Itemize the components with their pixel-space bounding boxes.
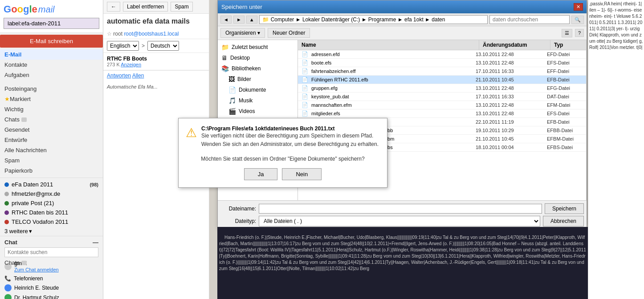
email-address: root@bootshaus1.local	[124, 31, 179, 37]
search-button[interactable]: 🔍	[571, 16, 584, 24]
chats-bubble-icon	[21, 261, 27, 265]
file-type: EFG-Datei	[547, 85, 583, 91]
save-button[interactable]: Speichern	[545, 203, 584, 214]
allen-link[interactable]: Allen	[132, 73, 144, 79]
file-type: EFS-Datei	[547, 60, 583, 65]
organize-button[interactable]: Organisieren ▾	[220, 28, 265, 38]
cancel-button[interactable]: Abbrechen	[543, 216, 584, 226]
nav-desktop[interactable]: 🖥 Desktop	[218, 53, 298, 63]
lang-to-select[interactable]: Deutsch	[147, 41, 179, 51]
file-icon: 📄	[302, 93, 308, 100]
gmail-header: G o o g l e mail	[0, 0, 103, 33]
yes-button[interactable]: Ja	[244, 168, 278, 180]
label-more[interactable]: 3 weitere ▾	[0, 226, 103, 236]
chats-nav-item[interactable]: Chats	[0, 258, 103, 268]
chat-item-phone[interactable]: 📞 Telefonieren	[4, 274, 98, 283]
chat-search-input[interactable]	[4, 247, 98, 257]
folder-trash[interactable]: Papierkorb	[0, 166, 103, 176]
search-input[interactable]	[489, 15, 570, 24]
file-row[interactable]: 📄 adressen.efd 13.10.2011 22:48 EFD-Date…	[298, 50, 586, 59]
file-row[interactable]: 📄 keystore_pub.dat 17.10.2011 16:33 DAT-…	[298, 93, 586, 101]
perm-question: Möchten Sie statt dessen im Ordner "Eige…	[186, 155, 380, 163]
dialog-toolbar: Organisieren ▾ Neuer Ordner ☰ ?	[218, 26, 587, 40]
filename-input[interactable]	[259, 204, 542, 214]
file-name: 📄 fahrtenabzeichen.eff	[302, 68, 476, 74]
nav-recent[interactable]: 📁 Zuletzt besucht	[218, 42, 298, 53]
file-row[interactable]: 📄 gruppen.efg 13.10.2011 22:48 EFG-Datei	[298, 84, 586, 93]
help-button[interactable]: ?	[575, 29, 584, 37]
email-subject: automatic efa data mails	[103, 14, 209, 29]
file-row[interactable]: 📄 mitglieder.efs 13.10.2011 22:48 EFS-Da…	[298, 109, 586, 118]
col-type[interactable]: Typ	[550, 40, 586, 50]
file-type: EFB-Datei	[547, 77, 583, 82]
file-name: 📄 Fühlingen RTHC 2011.efb	[302, 77, 476, 83]
folder-all[interactable]: Alle Nachrichten	[0, 145, 103, 155]
labels-section: eFa Daten 2011 (98) hfmetzler@gmx.de pri…	[0, 178, 103, 236]
folder-drafts[interactable]: Entwürfe	[0, 135, 103, 145]
col-date[interactable]: Änderungsdatum	[479, 40, 550, 50]
label-color-dot	[4, 220, 9, 224]
file-row[interactable]: 📄 mannschaften.efm 13.10.2011 22:48 EFM-…	[298, 101, 586, 109]
label-rthc[interactable]: RTHC Daten bis 2011	[0, 208, 103, 217]
nav-videos[interactable]: 🎬 Videos	[218, 106, 298, 117]
right-panel: ,passiv,RA heim| rthein|- 1| ilen – 1|- …	[588, 0, 644, 299]
folder-important[interactable]: Wichtig	[0, 104, 103, 114]
file-date: 21.10.2011 10:45	[476, 136, 547, 141]
label-telco[interactable]: TELCO Vodafon 2011	[0, 217, 103, 226]
no-button[interactable]: Nein	[282, 168, 322, 180]
file-name: 📄 keystore_pub.dat	[302, 93, 476, 100]
spam-button[interactable]: Spam	[171, 2, 192, 12]
lang-from-select[interactable]: Englisch	[107, 41, 139, 51]
label-remove-button[interactable]: Label entfernen	[123, 2, 168, 12]
filetype-select[interactable]: Alle Dateien ( . )	[259, 216, 540, 226]
sidebar-item-email[interactable]: E-Mail	[0, 49, 103, 60]
chat-contact-heinrich[interactable]: Heinrich E. Steude	[4, 283, 98, 293]
sidebar-item-contacts[interactable]: Kontakte	[0, 60, 103, 70]
dialog-close-button[interactable]: ✕	[574, 3, 583, 11]
nav-up-button[interactable]: ▲	[246, 16, 257, 24]
nav-libraries[interactable]: 📚 Bibliotheken	[218, 63, 298, 74]
chat-collapse-icon[interactable]: —	[93, 239, 98, 246]
phone-icon: 📞	[4, 275, 11, 282]
sidebar-item-tasks[interactable]: Aufgaben	[0, 70, 103, 80]
new-folder-button[interactable]: Neuer Ordner	[268, 28, 310, 38]
email-from: root	[113, 31, 122, 37]
nav-documents[interactable]: 📄 Dokumente	[218, 85, 298, 95]
label-efa[interactable]: eFa Daten 2011 (98)	[0, 180, 103, 189]
col-name[interactable]: Name	[298, 40, 479, 50]
view-options-button[interactable]: ☰	[562, 29, 572, 37]
email-list-item[interactable]: RTHC FB Boots 273 K Anzeigen	[103, 53, 209, 70]
nav-images[interactable]: 🖼 Bilder	[218, 74, 298, 85]
chat-contact-hartmut[interactable]: Dr. Hartmut Schulz	[4, 293, 98, 299]
file-name: 📄 boote.efs	[302, 60, 476, 66]
chat-header: Chat —	[4, 239, 98, 246]
folder-icon: 📁	[221, 44, 229, 51]
file-icon: 📄	[302, 77, 308, 83]
back-button[interactable]: ←	[107, 2, 120, 12]
antworten-link[interactable]: Antworten	[107, 73, 131, 79]
file-name: 📄 gruppen.efg	[302, 85, 476, 91]
folder-spam[interactable]: Spam	[0, 155, 103, 166]
label-private[interactable]: private Post (21)	[0, 198, 103, 208]
folder-chats[interactable]: Chats	[0, 114, 103, 125]
nav-forward-button[interactable]: ►	[233, 16, 245, 24]
anzeigen-link[interactable]: Anzeigen	[121, 62, 141, 67]
file-row[interactable]: 📄 boote.efs 13.10.2011 22:48 EFS-Datei	[298, 59, 586, 67]
nav-back-button[interactable]: ◄	[220, 16, 232, 24]
folder-starred[interactable]: ★ Markiert	[0, 94, 103, 104]
file-type: EFM-Datei	[547, 102, 583, 108]
desktop-icon: 🖥	[221, 54, 228, 61]
folder-sent[interactable]: Gesendet	[0, 125, 103, 135]
right-panel-text: ,passiv,RA heim| rthein|- 1| ilen – 1|- …	[589, 1, 643, 51]
libraries-icon: 📚	[221, 65, 229, 72]
nav-music[interactable]: 🎵 Musik	[218, 95, 298, 106]
file-save-dialog: Speichern unter ✕ ◄ ► ▲ 📁 Computer ► Lok…	[217, 0, 587, 227]
footer-cancel-buttons: Abbrechen	[543, 216, 584, 226]
file-row[interactable]: 📄 Fühlingen RTHC 2011.efb 21.10.2011 10:…	[298, 76, 586, 84]
file-icon: 📄	[302, 51, 308, 57]
compose-button[interactable]: E-Mail schreiben	[0, 35, 103, 48]
label-hfm[interactable]: hfmetzler@gmx.de	[0, 189, 103, 198]
search-input[interactable]	[4, 18, 99, 29]
file-row[interactable]: 📄 fahrtenabzeichen.eff 17.10.2011 16:33 …	[298, 67, 586, 76]
folder-inbox[interactable]: Posteingang	[0, 84, 103, 94]
